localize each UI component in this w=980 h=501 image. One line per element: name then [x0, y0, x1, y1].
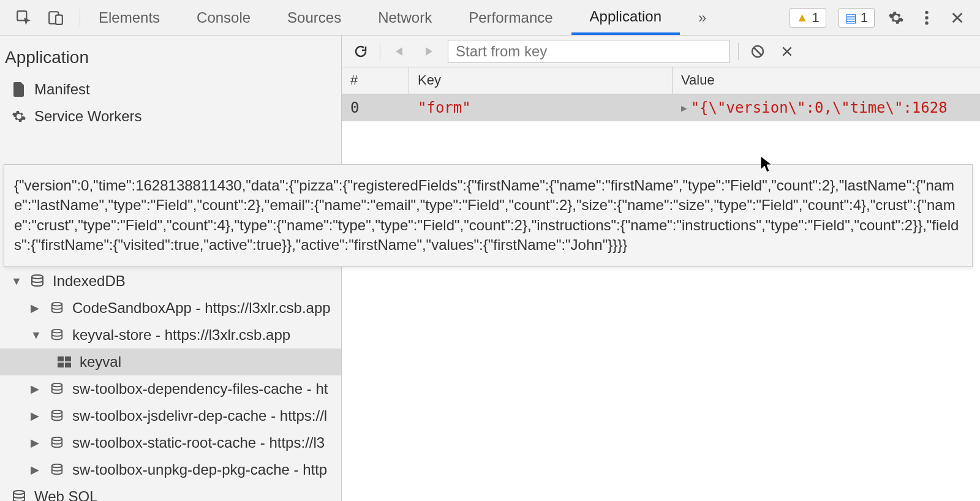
device-toggle-icon[interactable] [47, 9, 65, 27]
svg-point-3 [925, 10, 928, 13]
sidebar-label: CodeSandboxApp - https://l3xlr.csb.app [72, 299, 331, 317]
value-tooltip: {"version":0,"time":1628138811430,"data"… [4, 164, 973, 267]
sidebar-label: Service Workers [34, 108, 142, 125]
refresh-button[interactable] [350, 41, 371, 62]
tab-application[interactable]: Application [571, 0, 680, 35]
sidebar-label: sw-toolbox-dependency-files-cache - ht [72, 380, 328, 397]
sidebar-label: Web SQL [34, 488, 98, 501]
svg-rect-11 [58, 363, 64, 367]
separator [380, 43, 380, 60]
sidebar-item-db-sw-dep-files[interactable]: ▶ sw-toolbox-dependency-files-cache - ht [0, 375, 341, 402]
expander-icon: ▶ [31, 301, 42, 315]
separator [738, 43, 739, 60]
table-icon [56, 354, 72, 370]
row-key: "form" [409, 94, 673, 121]
warnings-count: 1 [812, 10, 820, 26]
sidebar-item-manifest[interactable]: Manifest [0, 76, 341, 103]
tabs: Elements Console Sources Network Perform… [80, 0, 725, 35]
sidebar-item-db-sw-jsdelivr[interactable]: ▶ sw-toolbox-jsdelivr-dep-cache - https:… [0, 402, 341, 429]
close-devtools-icon[interactable] [948, 9, 967, 27]
tab-performance[interactable]: Performance [450, 0, 571, 35]
settings-icon[interactable] [887, 9, 905, 27]
sidebar-label: keyval [80, 353, 121, 371]
sidebar-item-objectstore-keyval[interactable]: keyval [0, 348, 341, 375]
warning-icon: ▲ [796, 10, 809, 24]
sidebar-label: keyval-store - https://l3xlr.csb.app [72, 326, 290, 344]
sidebar-item-service-workers[interactable]: Service Workers [0, 103, 341, 130]
database-icon [11, 489, 27, 501]
delete-selected-button[interactable] [777, 41, 797, 62]
column-value[interactable]: Value [673, 67, 980, 94]
sidebar-label: sw-toolbox-static-root-cache - https://l… [72, 434, 325, 451]
database-icon [49, 327, 65, 343]
database-icon [49, 300, 65, 316]
expander-icon: ▶ [31, 382, 42, 396]
sidebar-label: Manifest [34, 81, 90, 98]
svg-rect-2 [56, 15, 62, 24]
messages-badge[interactable]: ▤ 1 [839, 8, 875, 28]
inspect-icon[interactable] [15, 9, 33, 27]
database-icon [49, 408, 65, 424]
sidebar-item-db-codesandboxapp[interactable]: ▶ CodeSandboxApp - https://l3xlr.csb.app [0, 295, 341, 322]
warnings-badge[interactable]: ▲ 1 [790, 8, 826, 28]
sidebar-label: sw-toolbox-unpkg-dep-pkg-cache - http [72, 461, 327, 478]
svg-rect-9 [58, 356, 64, 361]
expander-icon: ▶ [31, 436, 42, 450]
database-icon [49, 462, 65, 478]
svg-point-16 [52, 464, 62, 468]
svg-point-17 [13, 491, 24, 494]
sidebar-item-indexeddb[interactable]: ▼ IndexedDB [0, 268, 341, 295]
clear-objectstore-button[interactable] [747, 41, 768, 62]
doc-icon [11, 81, 27, 97]
tab-elements[interactable]: Elements [80, 0, 178, 35]
sidebar-item-websql[interactable]: Web SQL [0, 483, 341, 501]
sidebar-item-db-sw-static-root[interactable]: ▶ sw-toolbox-static-root-cache - https:/… [0, 429, 341, 456]
tab-console[interactable]: Console [178, 0, 269, 35]
database-icon [49, 381, 65, 397]
application-sidebar: Application Manifest Service Workers ▼ I… [0, 36, 342, 501]
tab-more[interactable]: » [680, 0, 725, 35]
tabbar-right: ▲ 1 ▤ 1 [776, 8, 980, 28]
messages-count: 1 [861, 10, 868, 26]
gear-icon [11, 108, 27, 124]
column-index[interactable]: # [342, 67, 409, 94]
expander-icon: ▶ [31, 409, 42, 423]
svg-point-7 [52, 303, 62, 306]
database-icon [49, 435, 65, 451]
svg-point-14 [52, 410, 62, 414]
sidebar-label: IndexedDB [53, 273, 126, 290]
sidebar-item-db-keyval-store[interactable]: ▼ keyval-store - https://l3xlr.csb.app [0, 322, 341, 348]
sidebar-item-db-sw-unpkg[interactable]: ▶ sw-toolbox-unpkg-dep-pkg-cache - http [0, 456, 341, 483]
expander-icon: ▼ [31, 329, 42, 342]
table-header: # Key Value [342, 67, 980, 94]
row-value-text: "{\"version\":0,\"time\":1628 [691, 99, 948, 116]
kebab-menu-icon[interactable] [918, 9, 936, 27]
svg-point-4 [925, 16, 928, 19]
tab-network[interactable]: Network [360, 0, 450, 35]
message-icon: ▤ [845, 10, 857, 25]
svg-point-5 [925, 21, 928, 24]
start-key-search [448, 40, 729, 63]
row-index: 0 [342, 94, 409, 121]
prev-page-button[interactable] [389, 41, 410, 62]
devtools-tabbar: Elements Console Sources Network Perform… [0, 0, 980, 36]
expand-value-icon[interactable]: ▶ [681, 102, 687, 114]
svg-point-15 [52, 437, 62, 441]
column-key[interactable]: Key [409, 67, 673, 94]
next-page-button[interactable] [418, 41, 439, 62]
tab-sources[interactable]: Sources [269, 0, 360, 35]
database-icon [29, 273, 45, 289]
objectstore-toolbar [342, 36, 980, 67]
table-row[interactable]: 0 "form" ▶ "{\"version\":0,\"time\":1628 [342, 94, 980, 121]
svg-point-13 [52, 383, 62, 387]
section-title-application: Application [0, 36, 341, 76]
svg-rect-12 [65, 363, 71, 367]
tabbar-left [0, 9, 80, 27]
row-value: ▶ "{\"version\":0,\"time\":1628 [673, 94, 980, 121]
expander-icon: ▼ [11, 275, 22, 288]
content-pane: # Key Value 0 "form" ▶ "{\"version\":0,\… [342, 36, 980, 501]
svg-point-8 [52, 330, 62, 333]
start-key-input[interactable] [448, 40, 729, 63]
svg-rect-10 [65, 356, 71, 361]
svg-point-6 [32, 275, 43, 279]
